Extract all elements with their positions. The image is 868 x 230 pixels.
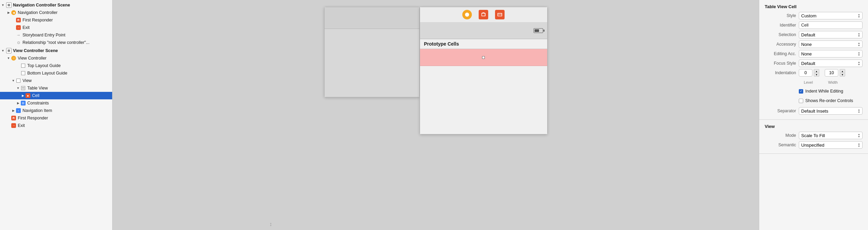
inspector-row-focus-style: Focus Style Default ▲▼ xyxy=(765,60,863,67)
tree-item-exit-1[interactable]: → Exit xyxy=(0,24,112,31)
nav-controller-arrow: ▶ xyxy=(6,11,11,14)
battery-fill xyxy=(535,29,539,32)
selection-select[interactable]: Default ▲▼ xyxy=(799,31,863,38)
top-layout-label: Top Layout Guide xyxy=(27,63,61,68)
accessory-value: None ▲▼ xyxy=(799,40,863,48)
tree-item-storyboard-entry[interactable]: → Storyboard Entry Point xyxy=(0,31,112,39)
table-view-arrow: ▼ xyxy=(16,86,20,90)
separator-select[interactable]: Default Insets ▲▼ xyxy=(799,107,863,115)
accessory-label: Accessory xyxy=(765,42,799,47)
navigator-panel: ▼ ⊞ Navigation Controller Scene ▶ Naviga… xyxy=(0,0,113,230)
view-icon xyxy=(16,78,21,83)
inspector-row-identifier: Identifier Cell xyxy=(765,21,863,29)
relationship-label: Relationship "root view controller"... xyxy=(23,40,89,45)
section-label: Navigation Controller Scene xyxy=(13,3,70,7)
focus-style-select[interactable]: Default ▲▼ xyxy=(799,60,863,67)
style-chevron-icon: ▲▼ xyxy=(858,13,860,18)
separator-value: Default Insets ▲▼ xyxy=(799,107,863,115)
section-nav-controller-scene[interactable]: ▼ ⊞ Navigation Controller Scene xyxy=(0,1,112,9)
cell-handle[interactable] xyxy=(482,56,485,59)
inspector-row-indentation: Indentation 0 ▲ ▼ 10 xyxy=(765,69,863,77)
tree-item-constraints[interactable]: ▶ ⊞ Constraints xyxy=(0,99,112,107)
level-stepper-group: 0 ▲ ▼ xyxy=(799,69,819,77)
tree-item-nav-item[interactable]: ▶ < Navigation Item xyxy=(0,107,112,114)
indentation-label: Indentation xyxy=(765,70,799,75)
level-increment-button[interactable]: ▲ xyxy=(814,69,819,73)
reorder-controls-checkbox[interactable] xyxy=(799,99,803,103)
accessory-select-value: None xyxy=(801,42,812,47)
indent-editing-checkbox[interactable] xyxy=(799,89,803,94)
focus-style-select-value: Default xyxy=(801,61,815,66)
inspector-panel: Table View Cell Style Custom ▲▼ Identifi… xyxy=(759,0,868,230)
inspector-row-style: Style Custom ▲▼ xyxy=(765,12,863,19)
tree-item-top-layout[interactable]: Top Layout Guide xyxy=(0,62,112,69)
tree-item-first-responder-1[interactable]: R First Responder xyxy=(0,16,112,24)
level-decrement-button[interactable]: ▼ xyxy=(814,73,819,77)
tree-item-bottom-layout[interactable]: Bottom Layout Guide xyxy=(0,69,112,77)
tree-item-cell[interactable]: ▶ ■ Cell xyxy=(0,92,112,99)
canvas-icon-cube xyxy=(479,10,488,19)
inspector-section-view: View Mode Scale To Fill ▲▼ Semantic Unsp… xyxy=(759,120,868,154)
focus-style-chevron-icon: ▲▼ xyxy=(858,61,860,66)
separator-chevron-icon: ▲▼ xyxy=(858,109,860,113)
width-value: 10 xyxy=(829,70,834,75)
inspector-row-indent-editing: Indent While Editing xyxy=(765,88,863,96)
tree-item-first-responder-2[interactable]: R First Responder xyxy=(0,114,112,122)
vc-scene-icon: ⊞ xyxy=(6,48,12,53)
cell-icon: ■ xyxy=(25,93,31,98)
semantic-select-value: Unspecified xyxy=(801,143,824,148)
constraints-icon: ⊞ xyxy=(20,100,26,106)
vc-arrow: ▼ xyxy=(6,56,11,60)
nav-controller-frame xyxy=(324,7,420,97)
nav-tree: ▼ ⊞ Navigation Controller Scene ▶ Naviga… xyxy=(0,0,112,131)
vc-section-arrow: ▼ xyxy=(1,49,6,52)
sim-nav-bar xyxy=(420,22,547,39)
selection-value: Default ▲▼ xyxy=(799,31,863,38)
inspector-row-accessory: Accessory None ▲▼ xyxy=(765,40,863,48)
focus-style-value: Default ▲▼ xyxy=(799,60,863,67)
tree-item-nav-controller[interactable]: ▶ Navigation Controller xyxy=(0,9,112,16)
editing-acc-value: None ▲▼ xyxy=(799,50,863,58)
inspector-row-editing-acc: Editing Acc. None ▲▼ xyxy=(765,50,863,58)
width-increment-button[interactable]: ▲ xyxy=(840,69,845,73)
semantic-select[interactable]: Unspecified ▲▼ xyxy=(799,141,863,149)
level-field[interactable]: 0 xyxy=(799,69,812,77)
editing-acc-select[interactable]: None ▲▼ xyxy=(799,50,863,58)
section-arrow: ▼ xyxy=(1,3,6,7)
width-decrement-button[interactable]: ▼ xyxy=(840,73,845,77)
identifier-field[interactable]: Cell xyxy=(799,21,863,29)
accessory-select[interactable]: None ▲▼ xyxy=(799,40,863,48)
width-field[interactable]: 10 xyxy=(825,69,838,77)
style-label: Style xyxy=(765,13,799,18)
width-stepper-buttons: ▲ ▼ xyxy=(840,69,845,77)
editing-acc-chevron-icon: ▲▼ xyxy=(858,51,860,56)
tree-item-view[interactable]: ▼ View xyxy=(0,77,112,84)
indentation-value: 0 ▲ ▼ 10 ▲ ▼ xyxy=(799,69,863,77)
mode-value: Scale To Fill ▲▼ xyxy=(799,132,863,139)
mode-select[interactable]: Scale To Fill ▲▼ xyxy=(799,132,863,139)
identifier-text: Cell xyxy=(801,23,809,28)
view-label: View xyxy=(23,78,32,83)
first-responder-1-label: First Responder xyxy=(23,18,53,22)
prototype-cells-label: Prototype Cells xyxy=(424,41,459,47)
style-select[interactable]: Custom ▲▼ xyxy=(799,12,863,19)
level-stepper-buttons: ▲ ▼ xyxy=(814,69,819,77)
inspector-row-selection: Selection Default ▲▼ xyxy=(765,31,863,38)
inspector-row-separator: Separator Default Insets ▲▼ xyxy=(765,107,863,115)
vc-section-label: View Controller Scene xyxy=(13,48,58,53)
exit-1-icon: → xyxy=(16,25,21,30)
tree-item-relationship[interactable]: ⊙ Relationship "root view controller"... xyxy=(0,39,112,46)
section-view-controller-scene[interactable]: ▼ ⊞ View Controller Scene xyxy=(0,47,112,54)
tree-item-table-view[interactable]: ▼ Table View xyxy=(0,84,112,92)
indent-editing-row: Indent While Editing xyxy=(799,89,843,94)
exit-2-label: Exit xyxy=(18,123,25,128)
tree-item-view-controller[interactable]: ▼ ☉ View Controller xyxy=(0,54,112,62)
table-view-label: Table View xyxy=(27,86,48,91)
canvas-icon-red-rect xyxy=(495,10,505,19)
cell-row[interactable] xyxy=(420,49,547,66)
tree-item-exit-2[interactable]: → Exit xyxy=(0,122,112,129)
battery-icon xyxy=(534,28,543,33)
top-layout-icon xyxy=(20,63,26,68)
accessory-chevron-icon: ▲▼ xyxy=(858,42,860,47)
canvas-icons-row xyxy=(420,7,547,22)
